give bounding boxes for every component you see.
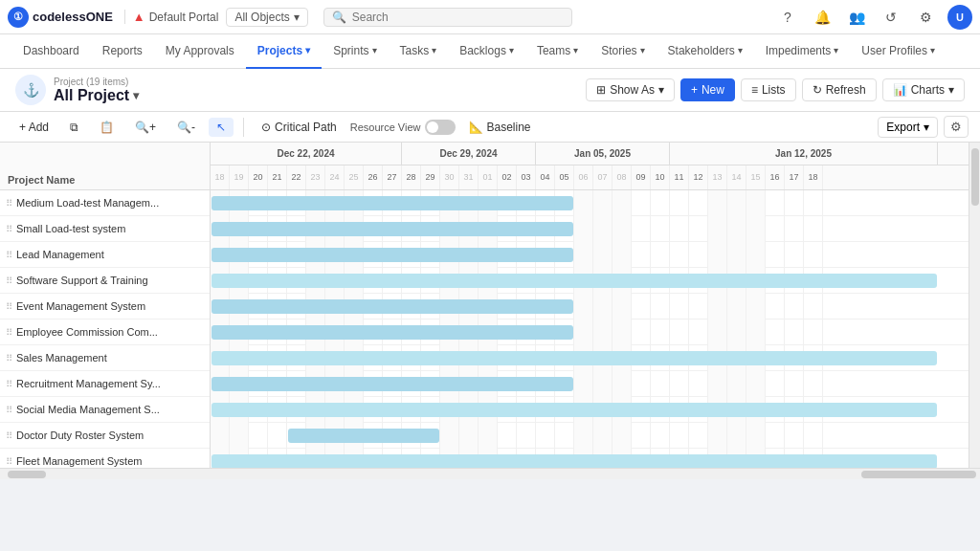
drag-handle[interactable]: ⠿ bbox=[6, 379, 12, 389]
add-button[interactable]: + Add bbox=[11, 118, 56, 137]
day-cell bbox=[612, 216, 632, 242]
vertical-scrollbar[interactable] bbox=[969, 143, 980, 468]
project-title-caret[interactable]: ▾ bbox=[133, 89, 139, 102]
lists-button[interactable]: ≡ Lists bbox=[741, 78, 796, 101]
gantt-row[interactable]: ⠿Social Media Management S... bbox=[0, 397, 210, 423]
nav-my-approvals[interactable]: My Approvals bbox=[154, 34, 246, 69]
show-as-button[interactable]: ⊞ Show As ▾ bbox=[586, 78, 675, 101]
gantt-row[interactable]: ⠿Doctor Duty Roster System bbox=[0, 423, 210, 449]
gantt-bar[interactable] bbox=[212, 299, 573, 314]
day-cell bbox=[651, 190, 670, 216]
gantt-bar[interactable] bbox=[212, 351, 937, 365]
gantt-bar[interactable] bbox=[212, 454, 937, 468]
show-as-caret: ▾ bbox=[658, 83, 664, 97]
critical-path-button[interactable]: ⊙ Critical Path bbox=[254, 118, 345, 137]
help-icon[interactable]: ? bbox=[775, 5, 800, 30]
day-label: 23 bbox=[306, 165, 325, 189]
drag-handle[interactable]: ⠿ bbox=[6, 301, 12, 312]
settings-icon[interactable]: ⚙ bbox=[913, 5, 938, 30]
day-cell bbox=[593, 320, 612, 345]
nav-reports[interactable]: Reports bbox=[91, 34, 154, 69]
day-label: 10 bbox=[651, 165, 670, 189]
drag-handle[interactable]: ⠿ bbox=[6, 327, 12, 338]
drag-handle[interactable]: ⠿ bbox=[6, 456, 12, 467]
gantt-row[interactable]: ⠿Lead Management bbox=[0, 242, 210, 268]
nav-projects[interactable]: Projects▾ bbox=[246, 34, 322, 69]
gantt-settings-button[interactable]: ⚙ bbox=[944, 116, 969, 138]
search-input[interactable] bbox=[352, 11, 564, 24]
drag-handle[interactable]: ⠿ bbox=[6, 250, 12, 260]
refresh-button[interactable]: ↻ Refresh bbox=[802, 78, 877, 101]
nav-impediments[interactable]: Impediments▾ bbox=[754, 34, 851, 69]
nav-teams[interactable]: Teams▾ bbox=[525, 34, 590, 69]
all-objects-dropdown[interactable]: All Objects ▾ bbox=[226, 8, 307, 27]
gantt-project-name-header: Project Name bbox=[0, 143, 210, 190]
scrollbar-thumb-right[interactable] bbox=[861, 471, 976, 478]
gantt-row[interactable]: ⠿Software Support & Training bbox=[0, 268, 210, 294]
day-label: 18 bbox=[804, 165, 823, 189]
day-cell bbox=[517, 423, 536, 449]
gantt-row[interactable]: ⠿Event Management System bbox=[0, 294, 210, 320]
toggle-switch-control[interactable] bbox=[425, 120, 456, 135]
row-name: Software Support & Training bbox=[16, 275, 148, 286]
nav-stories[interactable]: Stories▾ bbox=[590, 34, 656, 69]
charts-button[interactable]: 📊 Charts ▾ bbox=[882, 78, 965, 101]
zoom-out-button[interactable]: 🔍- bbox=[169, 118, 203, 137]
export-button[interactable]: Export ▾ bbox=[878, 117, 938, 138]
day-cell bbox=[593, 294, 612, 320]
gantt-bar[interactable] bbox=[212, 222, 573, 236]
drag-handle[interactable]: ⠿ bbox=[6, 405, 12, 415]
row-name: Small Load-test system bbox=[16, 223, 125, 234]
avatar[interactable]: U bbox=[947, 5, 972, 30]
new-button[interactable]: + New bbox=[680, 78, 735, 101]
day-cell bbox=[746, 371, 766, 397]
list-icon: ≡ bbox=[751, 83, 758, 97]
copy-button[interactable]: ⧉ bbox=[62, 118, 86, 137]
nav-backlogs[interactable]: Backlogs▾ bbox=[448, 34, 525, 69]
day-cell bbox=[268, 423, 287, 449]
gantt-bar[interactable] bbox=[212, 377, 573, 391]
gantt-bar[interactable] bbox=[212, 248, 573, 262]
nav-stakeholders[interactable]: Stakeholders▾ bbox=[657, 34, 754, 69]
drag-handle[interactable]: ⠿ bbox=[6, 224, 12, 234]
row-name: Employee Commission Com... bbox=[16, 326, 158, 338]
drag-handle[interactable]: ⠿ bbox=[6, 430, 12, 441]
nav-sprints[interactable]: Sprints▾ bbox=[322, 34, 388, 69]
drag-handle[interactable]: ⠿ bbox=[6, 353, 12, 364]
users-icon[interactable]: 👥 bbox=[844, 5, 869, 30]
gantt-row[interactable]: ⠿Sales Management bbox=[0, 345, 210, 371]
drag-handle[interactable]: ⠿ bbox=[6, 276, 12, 286]
nav-user-profiles[interactable]: User Profiles▾ bbox=[850, 34, 947, 69]
scrollbar-thumb-vertical[interactable] bbox=[971, 148, 979, 206]
zoom-in-button[interactable]: 🔍+ bbox=[127, 118, 164, 137]
day-label: 29 bbox=[421, 165, 440, 189]
gantt-row[interactable]: ⠿Employee Commission Com... bbox=[0, 320, 210, 345]
gantt-bar[interactable] bbox=[288, 429, 439, 443]
day-cell bbox=[632, 216, 651, 242]
gantt-bar[interactable] bbox=[212, 403, 937, 417]
gantt-bar[interactable] bbox=[212, 274, 937, 288]
day-cell bbox=[670, 294, 689, 320]
day-cell bbox=[612, 242, 632, 268]
day-cell bbox=[766, 294, 785, 320]
gantt-row[interactable]: ⠿Fleet Management System bbox=[0, 449, 210, 468]
gantt-row[interactable]: ⠿Recruitment Management Sy... bbox=[0, 371, 210, 397]
nav-tasks[interactable]: Tasks▾ bbox=[389, 34, 449, 69]
gantt-bar[interactable] bbox=[212, 325, 573, 340]
history-icon[interactable]: ↺ bbox=[879, 5, 903, 30]
paste-button[interactable]: 📋 bbox=[92, 118, 122, 137]
scrollbar-thumb-left[interactable] bbox=[8, 471, 46, 478]
gantt-right-panel[interactable]: Dec 22, 2024Dec 29, 2024Jan 05, 2025Jan … bbox=[211, 143, 969, 468]
drag-handle[interactable]: ⠿ bbox=[6, 198, 12, 209]
portal-badge[interactable]: ▲ Default Portal bbox=[124, 10, 219, 24]
day-cell bbox=[804, 423, 823, 449]
cursor-button[interactable]: ↖ bbox=[209, 118, 234, 137]
nav-dashboard[interactable]: Dashboard bbox=[11, 34, 91, 69]
gantt-bar[interactable] bbox=[212, 196, 573, 210]
baseline-button[interactable]: 📐 Baseline bbox=[461, 118, 539, 137]
day-cell bbox=[651, 320, 670, 345]
gantt-row[interactable]: ⠿Medium Load-test Managem... bbox=[0, 190, 210, 216]
resource-view-toggle[interactable]: Resource View bbox=[350, 120, 456, 135]
gantt-row[interactable]: ⠿Small Load-test system bbox=[0, 216, 210, 242]
notifications-icon[interactable]: 🔔 bbox=[810, 5, 835, 30]
